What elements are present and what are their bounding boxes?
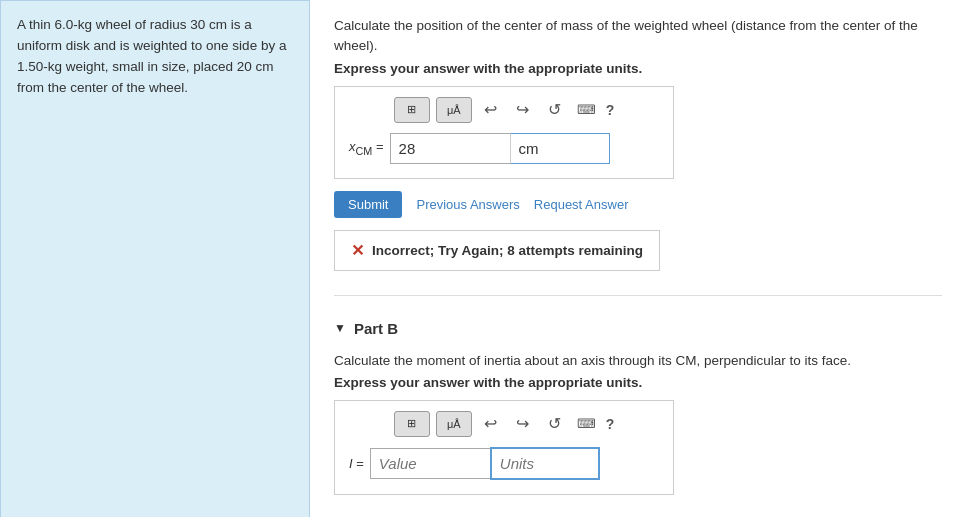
undo-icon: ↩ <box>484 100 497 119</box>
keyboard-icon-b: ⌨ <box>577 416 596 431</box>
part-b-value-input[interactable] <box>370 448 490 479</box>
error-icon: ✕ <box>351 241 364 260</box>
part-a-section: Calculate the position of the center of … <box>334 16 942 271</box>
redo-icon: ↪ <box>516 100 529 119</box>
part-b-label: Part B <box>354 320 398 337</box>
part-b-mu-button[interactable]: μÅ <box>436 411 472 437</box>
problem-description: A thin 6.0-kg wheel of radius 30 cm is a… <box>0 0 310 517</box>
part-b-answer-box: ⊞ μÅ ↩ ↪ ↺ ⌨ ? <box>334 400 674 495</box>
keyboard-icon: ⌨ <box>577 102 596 117</box>
error-message: Incorrect; Try Again; 8 attempts remaini… <box>372 243 643 258</box>
part-b-description: Calculate the moment of inertia about an… <box>334 351 942 371</box>
help-icon[interactable]: ? <box>606 102 615 118</box>
previous-answers-link[interactable]: Previous Answers <box>416 197 519 212</box>
redo-button[interactable]: ↪ <box>510 97 536 123</box>
right-panel: Calculate the position of the center of … <box>310 0 966 517</box>
part-b-help-icon[interactable]: ? <box>606 416 615 432</box>
part-a-description: Calculate the position of the center of … <box>334 16 942 57</box>
matrix-icon-button[interactable]: ⊞ <box>394 97 430 123</box>
error-box: ✕ Incorrect; Try Again; 8 attempts remai… <box>334 230 660 271</box>
part-b-keyboard-button[interactable]: ⌨ <box>574 411 600 437</box>
request-answer-link[interactable]: Request Answer <box>534 197 629 212</box>
part-a-input-row: xCM = <box>349 133 659 164</box>
part-a-units-input[interactable] <box>510 133 610 164</box>
mu-icon-b: μÅ <box>447 418 461 430</box>
redo-icon-b: ↪ <box>516 414 529 433</box>
problem-text: A thin 6.0-kg wheel of radius 30 cm is a… <box>17 15 293 99</box>
part-a-value-input[interactable] <box>390 133 510 164</box>
part-a-variable-label: xCM = <box>349 139 384 157</box>
part-b-input-row: I = <box>349 447 659 480</box>
undo-button[interactable]: ↩ <box>478 97 504 123</box>
part-a-toolbar: ⊞ μÅ ↩ ↪ ↺ ⌨ ? <box>349 97 659 123</box>
mu-icon: μÅ <box>447 104 461 116</box>
keyboard-button[interactable]: ⌨ <box>574 97 600 123</box>
part-a-express: Express your answer with the appropriate… <box>334 61 942 76</box>
part-b-variable-label: I = <box>349 456 364 471</box>
part-b-section: ▼ Part B Calculate the moment of inertia… <box>334 312 942 495</box>
matrix-icon-b: ⊞ <box>407 417 416 430</box>
part-b-undo-button[interactable]: ↩ <box>478 411 504 437</box>
part-b-reset-button[interactable]: ↺ <box>542 411 568 437</box>
mu-button[interactable]: μÅ <box>436 97 472 123</box>
undo-icon-b: ↩ <box>484 414 497 433</box>
divider <box>334 295 942 296</box>
part-b-units-input[interactable] <box>490 447 600 480</box>
reset-icon: ↺ <box>548 100 561 119</box>
part-b-header: ▼ Part B <box>334 312 942 337</box>
submit-button[interactable]: Submit <box>334 191 402 218</box>
matrix-icon: ⊞ <box>407 103 416 116</box>
reset-button[interactable]: ↺ <box>542 97 568 123</box>
part-a-answer-box: ⊞ μÅ ↩ ↪ ↺ ⌨ ? <box>334 86 674 179</box>
part-b-redo-button[interactable]: ↪ <box>510 411 536 437</box>
part-b-matrix-button[interactable]: ⊞ <box>394 411 430 437</box>
collapse-arrow-icon[interactable]: ▼ <box>334 321 346 335</box>
reset-icon-b: ↺ <box>548 414 561 433</box>
part-a-submit-row: Submit Previous Answers Request Answer <box>334 191 942 218</box>
part-b-toolbar: ⊞ μÅ ↩ ↪ ↺ ⌨ ? <box>349 411 659 437</box>
part-b-express: Express your answer with the appropriate… <box>334 375 942 390</box>
